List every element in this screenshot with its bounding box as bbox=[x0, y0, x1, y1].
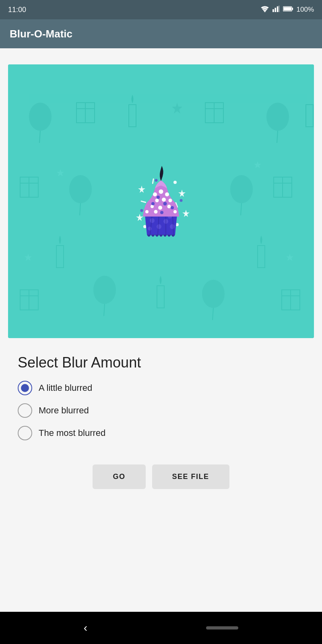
home-indicator[interactable] bbox=[206, 626, 238, 630]
status-time: 11:00 bbox=[8, 6, 26, 14]
status-icons: 100% bbox=[260, 6, 314, 14]
svg-rect-1 bbox=[272, 9, 274, 12]
svg-point-55 bbox=[150, 218, 155, 223]
main-content: Select Blur Amount A little blurred More… bbox=[0, 48, 322, 612]
radio-button-most[interactable] bbox=[18, 426, 32, 440]
cupcake-image bbox=[113, 148, 209, 254]
button-row: GO SEE FILE bbox=[83, 464, 239, 505]
go-button[interactable]: GO bbox=[93, 464, 145, 489]
svg-rect-6 bbox=[283, 7, 291, 10]
radio-label-little: A little blurred bbox=[39, 383, 92, 393]
svg-point-74 bbox=[173, 210, 177, 213]
svg-point-69 bbox=[162, 198, 166, 202]
svg-point-81 bbox=[160, 211, 163, 214]
svg-point-51 bbox=[155, 179, 158, 182]
svg-point-56 bbox=[157, 224, 161, 229]
svg-point-67 bbox=[165, 192, 169, 196]
svg-point-0 bbox=[264, 11, 266, 12]
svg-point-65 bbox=[153, 192, 157, 196]
svg-point-76 bbox=[154, 210, 158, 214]
svg-point-36 bbox=[202, 280, 225, 308]
svg-point-34 bbox=[93, 276, 116, 304]
svg-point-24 bbox=[69, 175, 92, 203]
svg-rect-50 bbox=[140, 200, 146, 203]
radio-label-more: More blurred bbox=[39, 405, 89, 416]
blur-radio-group: A little blurred More blurred The most b… bbox=[18, 381, 304, 440]
svg-rect-7 bbox=[292, 8, 293, 10]
svg-point-29 bbox=[230, 175, 253, 203]
app-title: Blur-O-Matic bbox=[10, 28, 72, 40]
svg-point-79 bbox=[151, 202, 155, 205]
wifi-icon bbox=[260, 6, 269, 14]
svg-point-78 bbox=[163, 202, 167, 206]
app-bar: Blur-O-Matic bbox=[0, 19, 322, 48]
svg-point-72 bbox=[158, 206, 162, 210]
see-file-button[interactable]: SEE FILE bbox=[152, 464, 229, 489]
svg-point-73 bbox=[167, 205, 171, 208]
svg-point-70 bbox=[169, 199, 172, 202]
svg-rect-3 bbox=[277, 6, 278, 12]
radio-item-most[interactable]: The most blurred bbox=[18, 426, 304, 440]
signal-icon bbox=[272, 6, 280, 14]
svg-point-80 bbox=[171, 206, 174, 209]
image-container bbox=[8, 64, 314, 338]
svg-point-53 bbox=[140, 209, 143, 212]
battery-percent: 100% bbox=[297, 6, 314, 14]
blur-heading: Select Blur Amount bbox=[18, 354, 304, 371]
radio-button-little[interactable] bbox=[18, 381, 32, 395]
status-bar: 11:00 1 bbox=[0, 0, 322, 19]
blur-section: Select Blur Amount A little blurred More… bbox=[8, 338, 314, 464]
svg-rect-4 bbox=[278, 6, 280, 12]
svg-point-75 bbox=[145, 210, 149, 213]
back-button[interactable]: ‹ bbox=[84, 621, 87, 634]
svg-point-54 bbox=[180, 199, 183, 202]
radio-inner-little bbox=[21, 384, 29, 392]
radio-item-little[interactable]: A little blurred bbox=[18, 381, 304, 395]
svg-point-9 bbox=[29, 103, 52, 131]
radio-button-more[interactable] bbox=[18, 403, 32, 418]
svg-point-71 bbox=[151, 205, 154, 208]
svg-point-77 bbox=[157, 196, 160, 199]
radio-item-more[interactable]: More blurred bbox=[18, 403, 304, 418]
svg-rect-2 bbox=[275, 8, 276, 12]
svg-point-58 bbox=[170, 224, 175, 229]
radio-label-most: The most blurred bbox=[39, 428, 105, 438]
battery-icon bbox=[283, 6, 293, 14]
svg-point-68 bbox=[155, 199, 159, 202]
nav-bar: ‹ bbox=[0, 612, 322, 644]
svg-point-45 bbox=[173, 181, 177, 184]
svg-point-18 bbox=[266, 103, 289, 131]
svg-rect-48 bbox=[152, 178, 154, 184]
svg-point-66 bbox=[159, 190, 163, 194]
